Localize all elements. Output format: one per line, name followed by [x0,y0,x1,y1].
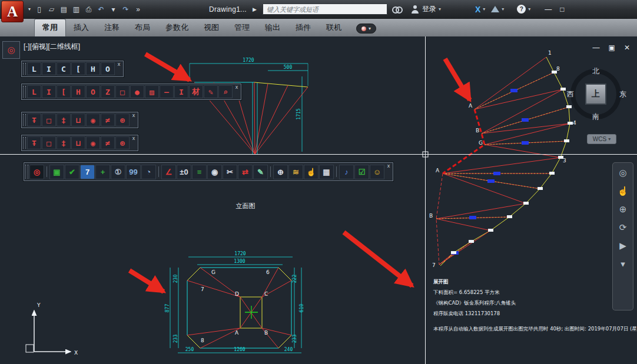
toolbar-close-button[interactable]: x [116,61,122,67]
help-icon[interactable]: ? [517,5,526,14]
title-caret-icon[interactable]: ▶ [253,6,257,12]
autodesk360-caret-icon[interactable]: ▾ [502,6,504,12]
user-icon[interactable] [411,5,419,14]
toolbar-button[interactable]: □ [42,136,56,149]
nav-zoom-icon[interactable]: ⊕ [619,204,627,215]
tab-annotate[interactable]: 注释 [97,19,127,36]
tab-online[interactable]: 联机 [318,19,349,36]
app-menu-caret-icon[interactable]: ▾ [28,6,31,12]
toolbar-button[interactable]: O [86,85,100,98]
toolbar-close-button[interactable]: x [131,135,137,141]
compass-north-label[interactable]: 北 [592,66,599,76]
toolbar-button[interactable]: ✎ [204,85,218,98]
toolbar-button[interactable]: H [71,85,85,98]
toolbar-button[interactable]: ⌕ [218,85,233,98]
navbar-caret-icon[interactable]: ▾ [621,259,625,269]
compass-top-face[interactable]: 上 [585,84,606,105]
toolbar-button[interactable]: I [174,85,188,98]
tab-insert[interactable]: 插入 [66,19,97,36]
ribbon-style-dropdown[interactable]: ▾ [356,24,376,34]
toolbar-button[interactable]: H [86,62,100,75]
showmotion-icon[interactable]: ▶ [619,241,626,251]
drawing-viewport[interactable]: 1720 500 1715 立面图 1720 1300 [0,36,637,364]
checkbox-icon[interactable]: ☑ [354,165,369,179]
protractor-icon[interactable]: ◔ [141,165,156,179]
toolbar-button[interactable]: L [27,62,41,75]
settings-icon[interactable]: ◎ [29,165,44,179]
save-as-icon[interactable]: ▥ [71,4,81,15]
search-input[interactable] [263,4,387,15]
drawing-minimize-button[interactable]: — [593,44,600,52]
smiley-icon[interactable]: ☺ [370,165,384,179]
toolbar-button[interactable]: ‡ [57,113,71,126]
toolbar-button[interactable]: ◉ [86,136,100,149]
calculator-icon[interactable]: ▦ [319,165,334,179]
tab-layout[interactable]: 布局 [127,19,158,36]
number-99-icon[interactable]: 99 [126,165,141,179]
toolbar-button[interactable]: C [57,62,71,75]
angle-icon[interactable]: ∠ [161,165,176,179]
wcs-dropdown[interactable]: WCS ▾ [587,134,616,144]
toolbar-button[interactable]: Ŧ [27,136,41,149]
layers-icon[interactable]: ≋ [288,165,303,179]
exchange-caret-icon[interactable]: ▾ [483,6,485,12]
toolbar-button[interactable]: L [27,85,41,98]
toolbar-button[interactable]: ● [130,85,144,98]
grid-icon[interactable]: ▣ [49,165,64,179]
toolbar-button[interactable]: Z [101,85,115,98]
toolbar-button[interactable]: ‡ [57,136,71,149]
undo-icon[interactable]: ↶ [96,4,106,15]
minimize-button[interactable]: — [545,5,552,14]
toolbar-button[interactable]: ≠ [101,136,115,149]
toolbar-close-button[interactable]: x [234,84,240,90]
new-file-icon[interactable]: ▯ [34,4,44,15]
toolbar-button[interactable]: ⊕ [115,136,130,149]
viewport-controls-label[interactable]: [-][俯视][二维线框] [24,42,80,52]
compass-west-label[interactable]: 西 [567,89,574,99]
toolbar-close-button[interactable]: x [386,163,392,169]
calendar-7-icon[interactable]: 7 [80,165,95,179]
toolbar-button[interactable]: ⊔ [71,113,85,126]
tab-manage[interactable]: 管理 [227,19,257,36]
exchange-x-icon[interactable]: X [475,5,480,14]
redo-icon[interactable]: ↷ [121,4,131,15]
toolbar-button[interactable]: ⊕ [115,113,130,126]
viewcube-compass[interactable]: 北 南 西 东 上 [568,66,624,122]
orbit-icon[interactable]: ⟳ [619,222,627,233]
toolbar-button[interactable]: 材 [189,85,203,98]
toolbar-button[interactable]: O [101,62,115,75]
drawing-restore-button[interactable]: ▣ [609,44,615,52]
toolbar-close-button[interactable]: x [131,112,137,118]
eye-icon[interactable]: ◉ [207,165,222,179]
app-menu-button[interactable]: A [1,1,24,22]
edit-icon[interactable]: ✎ [253,165,268,179]
open-file-icon[interactable]: ▱ [47,4,57,15]
tab-home[interactable]: 常用 [34,19,66,36]
autodesk360-icon[interactable] [491,6,499,12]
toolbar-button[interactable]: [ [71,62,85,75]
qat-overflow-icon[interactable]: » [133,4,143,15]
steering-wheel-icon[interactable]: ◎ [619,168,626,178]
search-binoculars-icon[interactable] [392,6,403,12]
tab-output[interactable]: 输出 [257,19,288,36]
tab-plugins[interactable]: 插件 [288,19,318,36]
signin-caret-icon[interactable]: ▾ [439,6,441,12]
drawing-close-button[interactable]: ✕ [624,44,630,52]
pan-hand-icon[interactable]: ☝ [618,186,629,196]
plus-icon[interactable]: + [95,165,110,179]
toolbar-button[interactable]: I [42,62,56,75]
mlines-icon[interactable]: ≡ [192,165,207,179]
circle-1-icon[interactable]: ① [111,165,125,179]
toolbar-button[interactable]: □ [115,85,130,98]
maximize-button[interactable]: □ [560,5,564,14]
zoom-icon[interactable]: ⊕ [273,165,288,179]
compass-south-label[interactable]: 南 [592,112,599,122]
save-icon[interactable]: ▤ [59,4,69,15]
toolbar-button[interactable]: ▨ [145,85,159,98]
plot-icon[interactable]: ⎙ [84,4,94,15]
toolbar-button[interactable]: I [42,85,56,98]
tab-parametric[interactable]: 参数化 [158,19,196,36]
toolbar-button[interactable]: ≠ [101,113,115,126]
toolbar-button[interactable]: ◉ [86,113,100,126]
docked-tool-button[interactable]: ◎ [2,41,20,59]
